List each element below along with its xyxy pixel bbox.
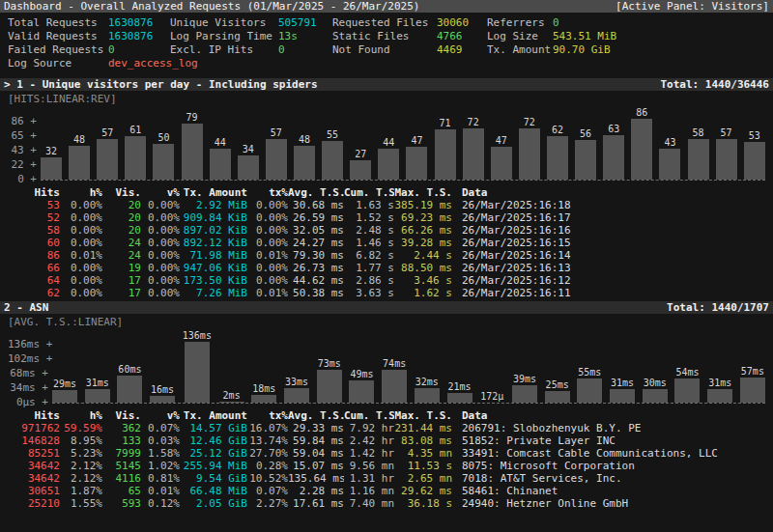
summary-value: 0 — [553, 16, 559, 30]
chart-bar: 31ms — [610, 377, 635, 403]
table-row[interactable]: 600.00%240.00%892.12 KiB0.00%24.27 ms1.4… — [6, 237, 767, 249]
cell: 0.01% — [247, 287, 288, 299]
cell: 1.58% — [141, 447, 180, 460]
column-header: v% — [141, 409, 180, 422]
table-row[interactable]: 660.00%190.00%947.06 KiB0.00%26.73 ms1.7… — [6, 262, 767, 274]
table-row[interactable]: 346422.12%41160.81%9.54 GiB10.52%135.64 … — [6, 472, 767, 485]
cell: 0.00% — [60, 287, 102, 299]
cell: 1.16 mn — [344, 485, 394, 497]
bar-value-label: 48 — [299, 133, 310, 146]
bar-rect — [674, 378, 700, 403]
bar-rect — [219, 402, 244, 403]
panel1-header[interactable]: > 1 - Unique visitors per day - Includin… — [0, 78, 773, 91]
asn-avg-ts-chart: 136ms +102ms +68ms +34ms +0μs + 29ms31ms… — [8, 330, 765, 404]
summary-value: 505791 — [278, 16, 332, 30]
table-row[interactable]: 252101.55%5930.12%2.05 GiB2.27%17.61 ms7… — [6, 497, 767, 510]
cell: 26/Mar/2025:16:14 — [452, 249, 571, 262]
chart-bar: 2ms — [219, 389, 244, 403]
bar-rect — [463, 128, 484, 180]
cell: 19 — [102, 262, 141, 274]
cell: 0.01% — [60, 249, 102, 262]
panel1-chart-mode-label: [HITS:LINEAR:REV] — [0, 91, 773, 105]
visitors-table: Hitsh%Vis.v%Tx. Amounttx%Avg. T.S.Cum. T… — [0, 184, 773, 299]
chart-bar: 16ms — [150, 383, 175, 403]
table-row[interactable]: 520.00%200.00%909.84 KiB0.00%26.59 ms1.5… — [6, 211, 767, 224]
cell: 34642 — [6, 460, 60, 472]
table-row[interactable]: 580.00%200.00%897.02 KiB0.00%32.05 ms2.4… — [6, 224, 767, 237]
cell: 0.00% — [247, 199, 288, 211]
table-row[interactable]: 530.00%200.00%2.92 MiB0.00%30.68 ms1.63 … — [6, 199, 767, 211]
chart-bar: 74ms — [382, 357, 407, 403]
summary-row: Total Requests1630876Unique Visitors5057… — [8, 16, 765, 30]
table-row[interactable]: 852515.23%79991.58%25.12 GiB27.70%59.04 … — [6, 447, 767, 460]
column-header: Vis. — [102, 186, 141, 199]
panel2-header[interactable]: 2 - ASN Total: 1440/1707 — [0, 301, 773, 314]
cell: 14.57 GiB — [180, 422, 247, 434]
bar-rect — [238, 155, 259, 180]
bar-value-label: 25ms — [546, 378, 569, 391]
cell: 27.70% — [247, 447, 288, 460]
cell: 25210 — [6, 497, 60, 510]
table-row[interactable]: 620.00%170.00%7.26 MiB0.01%50.38 ms3.63 … — [6, 287, 767, 299]
bar-value-label: 33ms — [285, 376, 308, 388]
bar-value-label: 57 — [271, 126, 282, 139]
column-header: Hits — [6, 186, 60, 199]
summary-value: 4766 — [437, 30, 487, 43]
bar-rect — [378, 149, 399, 180]
bar-value-label: 72 — [468, 116, 479, 128]
bar-plot-area: 3248576150794434574855274447717247726256… — [41, 107, 765, 181]
table-row[interactable]: 97176259.59%3620.07%14.57 GiB16.07%29.33… — [6, 422, 767, 434]
bar-value-label: 44 — [215, 136, 226, 149]
bar-rect — [185, 342, 210, 403]
bar-rect — [415, 388, 440, 403]
y-axis: 86 +65 +43 +22 +0 + — [8, 115, 37, 185]
cell: 2.28 ms — [288, 485, 344, 497]
chart-bar: 43 — [659, 136, 680, 180]
summary-label: Tx. Amount — [487, 43, 553, 57]
table-row[interactable]: 306511.87%650.01%66.48 MiB0.07%2.28 ms1.… — [6, 485, 767, 497]
cell: 10.52% — [247, 472, 288, 485]
summary-label: Static Files — [332, 30, 437, 43]
table-row[interactable]: 640.00%170.00%173.50 KiB0.00%44.62 ms2.8… — [6, 274, 767, 287]
summary-label: Excl. IP Hits — [170, 43, 278, 57]
y-axis-tick: 68ms + — [8, 367, 48, 379]
cell: 255.94 MiB — [180, 460, 247, 472]
panel2-total: Total: 1440/1707 — [667, 301, 769, 314]
cell: 85251 — [6, 447, 60, 460]
cell: 0.00% — [141, 262, 180, 274]
y-axis-tick: 136ms + — [8, 338, 48, 350]
bar-rect — [435, 129, 456, 180]
bar-value-label: 32 — [45, 145, 57, 157]
cell: 1.42 hr — [344, 447, 394, 460]
bar-value-label: 2ms — [223, 389, 241, 402]
bar-value-label: 39ms — [513, 373, 536, 385]
cell: 7.92 hr — [344, 422, 394, 434]
chart-bar: 62 — [547, 124, 568, 180]
cell: 5.23% — [60, 447, 102, 460]
summary-label: Valid Requests — [8, 30, 108, 43]
cell: 0.00% — [60, 237, 102, 249]
chart-bar: 56 — [575, 127, 596, 180]
bar-value-label: 44 — [383, 136, 394, 149]
cell: 60 — [6, 237, 60, 249]
chart-bar: 21ms — [447, 380, 472, 403]
table-header-row: Hitsh%Vis.v%Tx. Amounttx%Avg. T.S.Cum. T… — [6, 409, 767, 422]
bar-value-label: 53 — [749, 129, 760, 142]
cell: 2.86 s — [344, 274, 394, 287]
bar-value-label: 32ms — [415, 376, 439, 388]
cell: 29.33 ms — [288, 422, 344, 434]
table-row[interactable]: 1468288.95%1330.03%12.46 GiB13.74%59.84 … — [6, 434, 767, 447]
chart-bar: 33ms — [284, 376, 309, 403]
table-row[interactable]: 346422.12%51451.02%255.94 MiB0.28%15.07 … — [6, 460, 767, 472]
cell: 59.84 ms — [288, 434, 344, 447]
bar-rect — [740, 378, 765, 403]
summary-label: Failed Requests — [8, 43, 108, 57]
summary-row: Valid Requests1630876Log Parsing Time13s… — [8, 30, 765, 43]
cell: 4116 — [102, 472, 141, 485]
table-row[interactable]: 860.01%240.00%71.98 MiB0.01%79.30 ms6.82… — [6, 249, 767, 262]
column-header: Cum. T.S. — [344, 409, 394, 422]
y-axis-tick: 86 + — [8, 115, 37, 127]
cell: 29.62 ms — [394, 485, 452, 497]
cell: 1.55% — [60, 497, 102, 510]
bar-rect — [577, 378, 602, 403]
